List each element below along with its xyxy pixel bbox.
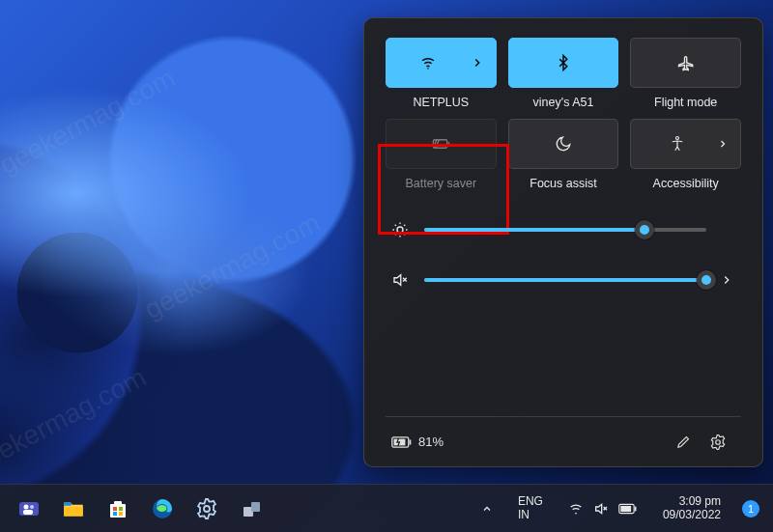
desktop: geekermag.com geekermag.com geekermag.co… [0, 0, 773, 532]
battery-tray-icon [618, 502, 638, 516]
clock-date: 09/03/2022 [663, 509, 721, 522]
tile-accessibility: Accessibility [630, 119, 741, 190]
svg-point-25 [575, 512, 577, 514]
svg-rect-17 [113, 507, 117, 511]
brightness-fill [424, 228, 644, 232]
tile-battery-saver: Battery saver [386, 119, 497, 190]
svg-rect-27 [635, 506, 637, 511]
brightness-icon [389, 221, 411, 238]
tile-focus-assist: Focus assist [508, 119, 619, 190]
svg-rect-12 [23, 510, 33, 515]
battery-charging-icon[interactable]: 81% [391, 434, 444, 449]
volume-fill [424, 278, 706, 282]
svg-point-10 [24, 504, 29, 509]
svg-rect-14 [64, 502, 72, 505]
brightness-thumb[interactable] [635, 220, 654, 239]
accessibility-toggle[interactable] [630, 119, 741, 169]
edit-quick-settings-button[interactable] [666, 425, 701, 460]
chevron-right-icon[interactable] [471, 56, 484, 70]
lang-secondary: IN [518, 509, 543, 521]
file-explorer-icon[interactable] [54, 490, 93, 528]
bluetooth-label: viney's A51 [533, 96, 594, 109]
brightness-slider-row [389, 221, 737, 238]
app-icon[interactable] [232, 490, 271, 528]
svg-rect-15 [110, 504, 126, 518]
bluetooth-toggle[interactable] [508, 38, 619, 88]
svg-rect-2 [448, 142, 450, 145]
notification-center[interactable]: 1 [738, 496, 763, 521]
quick-settings-panel: NETPLUS viney's A51 Flight mode [363, 17, 763, 467]
svg-rect-6 [410, 439, 412, 444]
settings-button[interactable] [701, 425, 735, 460]
taskbar: ENG IN 3:09 pm 09/03/2022 1 [0, 484, 773, 532]
wifi-label: NETPLUS [414, 96, 470, 109]
battery-percent: 81% [418, 434, 444, 449]
settings-app-icon[interactable] [187, 490, 226, 528]
wifi-icon [419, 54, 437, 71]
svg-rect-18 [119, 507, 123, 511]
svg-point-8 [716, 439, 721, 444]
tray-overflow-chevron[interactable] [473, 499, 501, 518]
volume-slider-row [389, 271, 737, 289]
clock-time: 3:09 pm [663, 495, 721, 509]
quick-settings-footer: 81% [386, 416, 741, 466]
svg-rect-13 [64, 506, 83, 516]
quick-settings-grid: NETPLUS viney's A51 Flight mode [386, 38, 741, 190]
language-indicator[interactable]: ENG IN [510, 491, 551, 524]
volume-thumb[interactable] [697, 270, 716, 290]
airplane-icon [677, 54, 695, 71]
taskbar-pinned-apps [10, 490, 271, 528]
svg-rect-24 [251, 502, 260, 512]
wifi-toggle[interactable] [386, 38, 497, 88]
edge-icon[interactable] [143, 490, 182, 528]
accessibility-icon [669, 135, 686, 153]
volume-muted-icon[interactable] [389, 271, 411, 289]
microsoft-store-icon[interactable] [99, 490, 137, 528]
svg-rect-19 [113, 512, 117, 516]
flight-mode-label: Flight mode [654, 96, 717, 109]
svg-rect-20 [119, 512, 123, 516]
volume-tray-icon [593, 501, 609, 517]
svg-rect-16 [114, 501, 122, 505]
system-tray[interactable] [560, 497, 645, 520]
flight-mode-toggle[interactable] [630, 38, 741, 88]
svg-rect-28 [620, 505, 631, 511]
svg-point-0 [428, 68, 430, 70]
wifi-tray-icon [568, 501, 584, 517]
focus-assist-toggle[interactable] [508, 119, 619, 169]
battery-saver-toggle[interactable] [386, 119, 497, 169]
focus-assist-label: Focus assist [530, 177, 596, 190]
clock[interactable]: 3:09 pm 09/03/2022 [655, 491, 729, 526]
svg-point-4 [397, 227, 403, 233]
svg-point-22 [204, 506, 210, 512]
tile-bluetooth: viney's A51 [508, 38, 619, 109]
volume-output-chevron[interactable] [720, 273, 737, 287]
tile-flight-mode: Flight mode [630, 38, 741, 109]
accessibility-label: Accessibility [653, 177, 719, 190]
battery-saver-label: Battery saver [406, 177, 477, 190]
svg-point-11 [30, 505, 34, 509]
battery-saver-icon [430, 135, 451, 153]
svg-point-3 [675, 137, 678, 140]
volume-slider[interactable] [424, 278, 706, 282]
notification-badge: 1 [742, 500, 759, 518]
lang-primary: ENG [518, 495, 543, 508]
taskbar-tray: ENG IN 3:09 pm 09/03/2022 1 [473, 491, 763, 526]
moon-icon [555, 135, 572, 153]
sliders [386, 221, 741, 289]
chevron-right-icon[interactable] [717, 138, 729, 150]
bluetooth-icon [555, 54, 572, 71]
teams-icon[interactable] [10, 490, 48, 528]
brightness-slider[interactable] [424, 228, 706, 232]
tile-wifi: NETPLUS [386, 38, 497, 109]
